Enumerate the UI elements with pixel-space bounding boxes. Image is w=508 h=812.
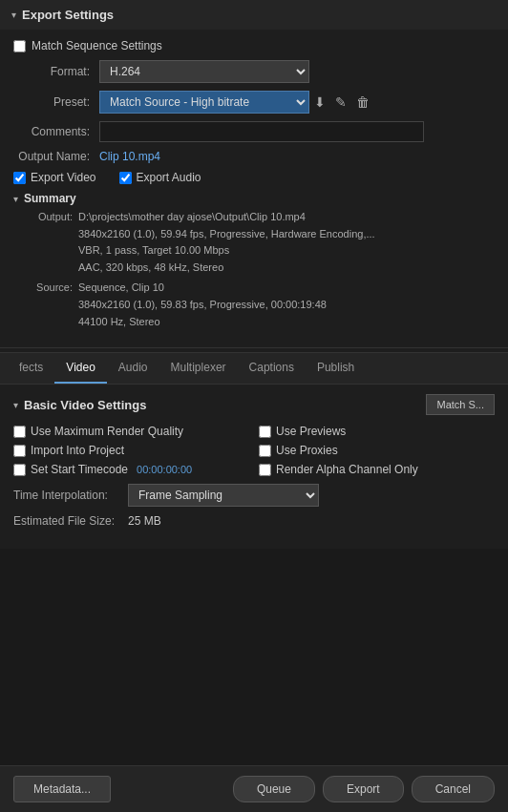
summary-output-line2: 3840x2160 (1.0), 59.94 fps, Progressive,…	[78, 226, 375, 243]
output-name-row: Output Name: Clip 10.mp4	[13, 150, 495, 163]
preset-label: Preset:	[13, 95, 99, 109]
set-start-timecode-item: Set Start Timecode 00:00:00:00	[13, 463, 249, 476]
metadata-btn[interactable]: Metadata...	[13, 776, 111, 802]
comments-label: Comments:	[13, 125, 99, 138]
summary-source-line3: 44100 Hz, Stereo	[78, 314, 327, 331]
use-proxies-checkbox[interactable]	[259, 445, 271, 457]
format-row: Format: H.264	[13, 60, 495, 83]
summary-source-line2: 3840x2160 (1.0), 59.83 fps, Progressive,…	[78, 297, 327, 314]
basic-video-header-left: ▾ Basic Video Settings	[13, 398, 146, 412]
render-alpha-item: Render Alpha Channel Only	[259, 463, 495, 476]
preset-row: Preset: Match Source - High bitrate ⬇ ✎ …	[13, 91, 495, 114]
use-proxies-label[interactable]: Use Proxies	[276, 444, 338, 457]
match-source-btn[interactable]: Match S...	[426, 394, 495, 415]
tab-audio[interactable]: Audio	[107, 353, 159, 384]
use-max-render-label[interactable]: Use Maximum Render Quality	[31, 425, 183, 438]
divider1	[0, 347, 508, 348]
file-size-value: 25 MB	[128, 514, 161, 528]
import-into-project-label[interactable]: Import Into Project	[31, 444, 124, 457]
tab-captions[interactable]: Captions	[238, 353, 306, 384]
summary-section: ▾ Summary Output: D:\projects\mother day…	[13, 192, 495, 330]
summary-source-val: Sequence, Clip 10 3840x2160 (1.0), 59.83…	[78, 280, 327, 330]
export-audio-item: Export Audio	[119, 171, 201, 184]
use-max-render-checkbox[interactable]	[13, 426, 26, 438]
set-start-timecode-checkbox[interactable]	[13, 464, 26, 476]
import-into-project-item: Import Into Project	[13, 444, 249, 457]
summary-output-line4: AAC, 320 kbps, 48 kHz, Stereo	[78, 260, 375, 277]
summary-chevron: ▾	[13, 194, 18, 204]
file-size-label: Estimated File Size:	[13, 514, 128, 528]
set-start-timecode-label[interactable]: Set Start Timecode	[31, 463, 128, 476]
action-buttons: Queue Export Cancel	[233, 776, 495, 802]
summary-source-row: Source: Sequence, Clip 10 3840x2160 (1.0…	[23, 280, 495, 330]
export-settings-chevron: ▾	[11, 10, 16, 20]
output-name-label: Output Name:	[13, 150, 99, 163]
export-settings-body: Match Sequence Settings Format: H.264 Pr…	[0, 30, 508, 344]
file-size-row: Estimated File Size: 25 MB	[13, 514, 495, 528]
comments-row: Comments:	[13, 121, 495, 142]
summary-source-line1: Sequence, Clip 10	[78, 280, 327, 297]
summary-output-val: D:\projects\mother day ajose\Output\Clip…	[78, 209, 375, 276]
basic-video-chevron: ▾	[13, 400, 18, 410]
format-select[interactable]: H.264	[99, 60, 309, 83]
tab-video[interactable]: Video	[54, 353, 106, 384]
export-audio-checkbox[interactable]	[119, 172, 132, 184]
queue-btn[interactable]: Queue	[233, 776, 315, 802]
preset-edit-btn[interactable]: ✎	[330, 92, 351, 113]
summary-output-line1: D:\projects\mother day ajose\Output\Clip…	[78, 209, 375, 226]
use-previews-item: Use Previews	[259, 425, 495, 438]
summary-source-label: Source:	[23, 280, 78, 297]
time-interpolation-row: Time Interpolation: Frame Sampling	[13, 484, 495, 507]
export-video-item: Export Video	[13, 171, 96, 184]
import-into-project-checkbox[interactable]	[13, 445, 26, 457]
use-previews-label[interactable]: Use Previews	[276, 425, 346, 438]
basic-video-header: ▾ Basic Video Settings Match S...	[13, 394, 495, 415]
use-previews-checkbox[interactable]	[259, 426, 271, 438]
cancel-btn[interactable]: Cancel	[412, 776, 495, 802]
use-max-render-item: Use Maximum Render Quality	[13, 425, 249, 438]
two-col-checks: Use Maximum Render Quality Use Previews …	[13, 425, 495, 476]
match-sequence-checkbox[interactable]	[13, 40, 26, 52]
export-video-label[interactable]: Export Video	[31, 171, 96, 184]
summary-body: Output: D:\projects\mother day ajose\Out…	[13, 209, 495, 330]
match-sequence-label[interactable]: Match Sequence Settings	[32, 39, 162, 52]
render-alpha-checkbox[interactable]	[259, 464, 271, 476]
bottom-bar: Metadata... Queue Export Cancel	[0, 765, 508, 812]
summary-title: Summary	[24, 192, 76, 205]
time-interpolation-select[interactable]: Frame Sampling	[128, 484, 319, 507]
preset-save-btn[interactable]: ⬇	[309, 92, 330, 113]
export-panel: ▾ Export Settings Match Sequence Setting…	[0, 0, 508, 549]
summary-output-line3: VBR, 1 pass, Target 10.00 Mbps	[78, 242, 375, 260]
match-sequence-row: Match Sequence Settings	[13, 39, 495, 52]
export-checks-row: Export Video Export Audio	[13, 171, 495, 184]
preset-delete-btn[interactable]: 🗑	[351, 92, 374, 113]
export-btn[interactable]: Export	[323, 776, 404, 802]
comments-input[interactable]	[99, 121, 424, 142]
tab-effects[interactable]: fects	[8, 353, 54, 384]
tab-publish[interactable]: Publish	[306, 353, 366, 384]
export-settings-header[interactable]: ▾ Export Settings	[0, 0, 508, 30]
export-audio-label[interactable]: Export Audio	[137, 171, 201, 184]
time-interpolation-label: Time Interpolation:	[13, 489, 128, 502]
video-settings: ▾ Basic Video Settings Match S... Use Ma…	[0, 385, 508, 549]
summary-output-row: Output: D:\projects\mother day ajose\Out…	[23, 209, 495, 276]
format-label: Format:	[13, 65, 99, 78]
use-proxies-item: Use Proxies	[259, 444, 495, 457]
preset-select[interactable]: Match Source - High bitrate	[99, 91, 309, 114]
export-settings-title: Export Settings	[22, 8, 114, 22]
export-video-checkbox[interactable]	[13, 172, 26, 184]
tabs-container: fects Video Audio Multiplexer Captions P…	[0, 352, 508, 385]
render-alpha-label[interactable]: Render Alpha Channel Only	[276, 463, 418, 476]
summary-output-label: Output:	[23, 209, 78, 226]
timecode-value: 00:00:00:00	[137, 464, 192, 475]
summary-header[interactable]: ▾ Summary	[13, 192, 495, 205]
basic-video-title: Basic Video Settings	[24, 398, 146, 412]
output-name-value[interactable]: Clip 10.mp4	[99, 150, 160, 163]
tab-multiplexer[interactable]: Multiplexer	[159, 353, 238, 384]
